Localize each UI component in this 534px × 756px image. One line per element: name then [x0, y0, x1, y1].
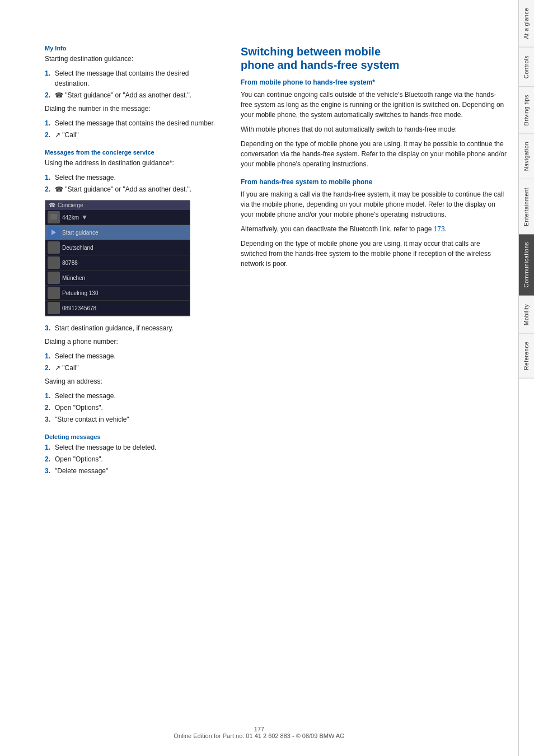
- screenshot-body: 442km ▼ Start guidance: [45, 210, 190, 316]
- from-handsfree-para3: Depending on the type of mobile phone yo…: [241, 239, 507, 269]
- from-handsfree-para2: Alternatively, you can deactivate the Bl…: [241, 224, 507, 234]
- svg-rect-2: [51, 245, 57, 250]
- saving-label: Saving an address:: [45, 376, 224, 386]
- screenshot-icon: [48, 211, 60, 223]
- list-num: 2.: [45, 130, 50, 140]
- concierge-heading: Messages from the concierge service: [45, 149, 224, 156]
- from-mobile-para2: With mobile phones that do not automatic…: [241, 124, 507, 134]
- sidebar-tab-at-a-glance[interactable]: At a glance: [519, 0, 534, 48]
- concierge-steps1: 1.Select the message. 2.☎ "Start guidanc…: [45, 172, 224, 194]
- list-text: ☎ "Start guidance" or "Add as another de…: [55, 185, 191, 193]
- screenshot-row: München: [45, 270, 190, 286]
- list-text: Select the message.: [55, 352, 116, 360]
- list-item: 2.☎ "Start guidance" or "Add as another …: [45, 90, 224, 100]
- screenshot-header-icon: ☎: [49, 202, 55, 208]
- list-text: Select the message.: [55, 392, 116, 400]
- list-item: 3.Start destination guidance, if necessa…: [45, 323, 224, 333]
- page-number: 177: [254, 726, 264, 732]
- list-item: 2.☎ "Start guidance" or "Add as another …: [45, 184, 224, 194]
- list-text: "Delete message": [55, 467, 108, 475]
- list-item: 3."Store contact in vehicle": [45, 414, 224, 424]
- list-item: 1.Select the message.: [45, 172, 224, 183]
- list-item: 2.↗ "Call": [45, 130, 224, 140]
- screenshot-text: Start guidance: [62, 230, 99, 236]
- list-num: 3.: [45, 323, 50, 333]
- my-info-steps1: 1.Select the message that contains the d…: [45, 68, 224, 100]
- deleting-heading: Deleting messages: [45, 433, 224, 440]
- list-text: Select the message.: [55, 174, 116, 181]
- list-item: 2.Open "Options".: [45, 403, 224, 413]
- screenshot-row: Deutschland: [45, 240, 190, 255]
- concierge-screenshot: ☎ Concierge 442km ▼: [45, 200, 190, 316]
- list-item: 2.Open "Options".: [45, 454, 224, 464]
- list-item: 1.Select the message to be deleted.: [45, 442, 224, 452]
- sidebar-tab-navigation[interactable]: Navigation: [519, 134, 534, 179]
- page-title-line1: Switching between mobile: [241, 45, 381, 58]
- screenshot-icon: [48, 226, 60, 239]
- list-text: Select the message that contains the des…: [55, 69, 189, 87]
- screenshot-text: 80788: [62, 260, 78, 266]
- list-num: 2.: [45, 403, 50, 413]
- para2-suffix: .: [445, 225, 447, 233]
- screenshot-icon: [48, 256, 60, 269]
- list-item: 3."Delete message": [45, 466, 224, 476]
- page-title: Switching between mobile phone and hands…: [241, 45, 507, 72]
- page-footer: 177 Online Edition for Part no. 01 41 2 …: [0, 726, 518, 739]
- screenshot-icon: [48, 302, 60, 314]
- starting-guidance-label: Starting destination guidance:: [45, 54, 224, 64]
- sidebar-tab-mobility[interactable]: Mobility: [519, 296, 534, 334]
- page-container: My Info Starting destination guidance: 1…: [0, 0, 534, 756]
- deleting-section: Deleting messages 1.Select the message t…: [45, 433, 224, 476]
- list-item: 2.↗ "Call": [45, 363, 224, 373]
- list-num: 1.: [45, 351, 50, 361]
- list-num: 1.: [45, 442, 50, 452]
- list-num: 2.: [45, 454, 50, 464]
- sidebar-tab-entertainment[interactable]: Entertainment: [519, 180, 534, 235]
- list-num: 1.: [45, 118, 50, 128]
- main-content: My Info Starting destination guidance: 1…: [0, 0, 518, 756]
- sidebar-tab-controls[interactable]: Controls: [519, 48, 534, 87]
- sidebar-tab-reference[interactable]: Reference: [519, 334, 534, 379]
- list-text: "Store contact in vehicle": [55, 416, 129, 423]
- list-text: Start destination guidance, if necessary…: [55, 324, 174, 332]
- screenshot-header: ☎ Concierge: [45, 200, 190, 210]
- from-mobile-para3: Depending on the type of mobile phone yo…: [241, 139, 507, 169]
- screenshot-row: 08912345678: [45, 301, 190, 316]
- screenshot-icon: [48, 287, 60, 299]
- list-item: 1.Select the message that contains the d…: [45, 68, 224, 88]
- concierge-step3-list: 3.Start destination guidance, if necessa…: [45, 323, 224, 333]
- list-text: Open "Options".: [55, 455, 103, 463]
- concierge-intro: Using the address in destination guidanc…: [45, 158, 224, 168]
- screenshot-row: Petuelring 130: [45, 286, 190, 301]
- screenshot-row: 442km ▼: [45, 210, 190, 225]
- sidebar-tab-driving-tips[interactable]: Driving tips: [519, 87, 534, 134]
- list-num: 2.: [45, 363, 50, 373]
- list-text: Open "Options".: [55, 404, 103, 412]
- list-num: 1.: [45, 172, 50, 183]
- para2-link[interactable]: 173: [434, 225, 445, 233]
- list-text: ↗ "Call": [55, 131, 79, 139]
- footer-text: Online Edition for Part no. 01 41 2 602 …: [174, 732, 344, 739]
- screenshot-row-highlight: Start guidance: [45, 225, 190, 240]
- screenshot-text: Petuelring 130: [62, 290, 99, 296]
- from-mobile-para1: You can continue ongoing calls outside o…: [241, 90, 507, 120]
- screenshot-text: Deutschland: [62, 245, 93, 251]
- screenshot-row: 80788: [45, 255, 190, 270]
- from-handsfree-para1: If you are making a call via the hands-f…: [241, 189, 507, 220]
- list-item: 1.Select the message that contains the d…: [45, 118, 224, 128]
- screenshot-text: 08912345678: [62, 305, 96, 311]
- screenshot-arrow: ▼: [81, 213, 88, 221]
- sidebar-tab-communications[interactable]: Communications: [519, 234, 534, 296]
- dialing-phone-label: Dialing a phone number:: [45, 337, 224, 347]
- screenshot-icon: [48, 241, 60, 254]
- list-num: 3.: [45, 414, 50, 424]
- right-column: Switching between mobile phone and hands…: [241, 45, 507, 734]
- list-num: 2.: [45, 184, 50, 194]
- list-num: 1.: [45, 391, 50, 401]
- list-num: 2.: [45, 90, 50, 100]
- deleting-steps: 1.Select the message to be deleted. 2.Op…: [45, 442, 224, 476]
- screenshot-icon: [48, 272, 60, 284]
- screenshot-text: 442km: [62, 214, 79, 221]
- from-handsfree-section: From hands-free system to mobile phone I…: [241, 178, 507, 269]
- para2-prefix: Alternatively, you can deactivate the Bl…: [241, 225, 434, 233]
